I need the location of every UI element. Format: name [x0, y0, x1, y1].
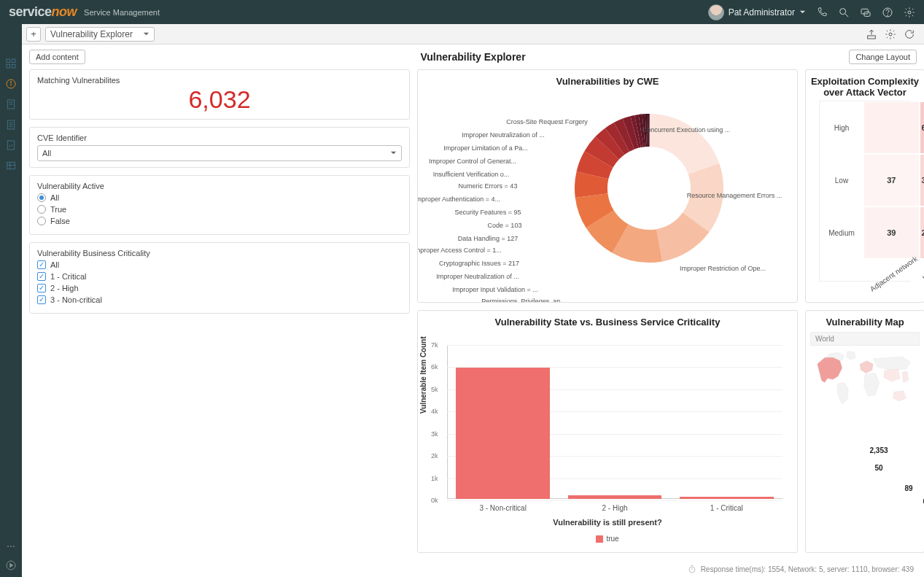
settings-icon[interactable] — [885, 28, 896, 40]
heatmap-row-label: High — [820, 101, 863, 154]
svg-rect-7 — [7, 59, 10, 63]
donut-label: Concurrent Execution using ... — [642, 126, 731, 133]
stopwatch-icon — [688, 565, 696, 573]
rail-table-icon[interactable] — [5, 160, 17, 171]
phone-icon[interactable] — [816, 7, 828, 18]
svg-line-1 — [845, 14, 848, 17]
left-navigation-rail — [0, 24, 22, 577]
gear-icon[interactable] — [904, 7, 915, 18]
radio-label: False — [50, 217, 70, 225]
user-menu[interactable]: Pat Administrator — [708, 4, 806, 20]
filters-sidebar: Matching Vulnerabilites 6,032 CVE Identi… — [29, 69, 410, 553]
radio-icon — [37, 193, 46, 202]
svg-rect-21 — [7, 141, 14, 150]
export-icon[interactable] — [866, 28, 877, 40]
refresh-icon[interactable] — [904, 28, 915, 40]
radio-option[interactable]: True — [37, 205, 402, 214]
checkbox-option[interactable]: 1 - Critical — [37, 272, 402, 281]
chevron-down-icon — [390, 149, 397, 158]
rail-document-icon[interactable] — [5, 98, 17, 110]
metric-label: Matching Vulnerabilites — [37, 76, 402, 85]
panel-title: Vulnerabilities by CWE — [418, 70, 797, 90]
map-breadcrumb[interactable]: World — [810, 332, 920, 346]
donut-label: Cryptographic Issues = 217 — [439, 260, 519, 267]
search-icon[interactable] — [838, 7, 850, 18]
metric-matching-vulnerabilities[interactable]: Matching Vulnerabilites 6,032 — [29, 69, 410, 120]
checkbox-icon — [37, 260, 46, 269]
donut-label: Numeric Errors = 43 — [459, 182, 518, 190]
checkbox-option[interactable]: 3 - Non-critical — [37, 295, 402, 304]
heatmap-cell[interactable]: 227 — [920, 206, 924, 259]
panel-vuln-by-cwe[interactable]: Vulnerabilities by CWE Concurrent Execut… — [417, 69, 798, 303]
x-axis-label: Vulnerability is still present? — [418, 518, 797, 527]
heatmap-cell[interactable]: 39 — [863, 206, 920, 259]
add-content-button[interactable]: Add content — [29, 50, 85, 64]
add-tab-button[interactable]: + — [26, 27, 41, 42]
product-logo: servicenow — [9, 4, 77, 20]
rail-dashboard-icon[interactable] — [5, 58, 17, 69]
donut-label: Improper Authentication = 4... — [417, 195, 500, 203]
avatar — [708, 4, 724, 20]
metric-value: 6,032 — [37, 86, 402, 113]
map-value-label: 89 — [904, 484, 912, 492]
action-row: Add content Vulnerability Explorer Chang… — [22, 44, 924, 69]
radio-option[interactable]: False — [37, 217, 402, 225]
dashboard-selector-value: Vulnerability Explorer — [50, 29, 133, 39]
heatmap-cell[interactable]: 37 — [863, 154, 920, 206]
x-tick-label: 2 - High — [602, 504, 627, 512]
heatmap-cell[interactable]: 334 — [920, 154, 924, 206]
checkbox-option[interactable]: All — [37, 260, 402, 269]
donut-svg — [572, 112, 726, 265]
heatmap-cell[interactable]: 610 — [920, 101, 924, 154]
donut-label: Improper Neutralization of ... — [436, 273, 519, 280]
svg-rect-10 — [12, 64, 15, 68]
donut-chart: Concurrent Execution using ...Resource M… — [418, 90, 797, 300]
rail-info-icon[interactable] — [5, 78, 17, 90]
heatmap-row-label: Low — [820, 154, 863, 206]
checkbox-label: 2 - High — [50, 284, 79, 293]
svg-point-26 — [10, 546, 12, 547]
heatmap-cell[interactable] — [863, 101, 920, 154]
cve-select[interactable]: All — [37, 145, 402, 161]
dashboard-toolbar: + Vulnerability Explorer — [22, 24, 924, 44]
chevron-down-icon — [143, 29, 150, 39]
heatmap: High610151Low373342,388Medium392272,246A… — [806, 101, 924, 295]
donut-label: Improper Control of Generat... — [429, 158, 516, 165]
panel-vulnerability-map[interactable]: Vulnerability Map World — [805, 310, 924, 553]
help-icon[interactable] — [882, 7, 893, 18]
filter-vulnerability-active: Vulnerability Active AllTrueFalse — [29, 175, 410, 235]
radio-icon — [37, 217, 46, 225]
svg-point-13 — [10, 82, 11, 82]
chart-legend: true — [418, 535, 797, 543]
heatmap-col-label: Local — [920, 259, 924, 281]
dashboard-selector[interactable]: Vulnerability Explorer — [45, 27, 155, 42]
svg-point-0 — [840, 8, 846, 14]
radio-option[interactable]: All — [37, 193, 402, 202]
banner-right: Pat Administrator — [708, 4, 915, 20]
bar[interactable] — [568, 495, 662, 499]
y-tick-label: 6k — [431, 363, 438, 371]
panel-title: Exploitation Complexity over Attack Vect… — [806, 70, 924, 101]
y-axis-label: Vulnerable Item Count — [419, 336, 427, 414]
rail-play-icon[interactable] — [5, 559, 17, 571]
donut-label: Data Handling = 127 — [458, 235, 518, 242]
rail-report-icon[interactable] — [5, 139, 17, 151]
donut-label: Improper Limitation of a Pa... — [443, 144, 528, 152]
rail-list-icon[interactable] — [5, 119, 17, 131]
field-label: Vulnerability Active — [37, 182, 402, 190]
change-layout-button[interactable]: Change Layout — [849, 50, 917, 64]
panel-state-vs-criticality[interactable]: Vulnerability State vs. Business Service… — [417, 310, 798, 553]
heatmap-col-label: Adjacent network — [863, 259, 920, 281]
svg-rect-9 — [7, 64, 10, 68]
panel-exploitation-heatmap[interactable]: Exploitation Complexity over Attack Vect… — [805, 69, 924, 303]
chat-icon[interactable] — [860, 7, 871, 18]
checkbox-option[interactable]: 2 - High — [37, 284, 402, 293]
bar[interactable] — [680, 497, 774, 499]
rail-more-icon[interactable] — [5, 541, 17, 552]
donut-slice[interactable] — [591, 130, 707, 246]
bar[interactable] — [456, 368, 550, 499]
x-tick-label: 1 - Critical — [710, 504, 743, 512]
svg-rect-29 — [868, 36, 876, 39]
map-value-label: 2,353 — [869, 446, 888, 454]
status-footer: Response time(ms): 1554, Network: 5, ser… — [22, 561, 924, 577]
